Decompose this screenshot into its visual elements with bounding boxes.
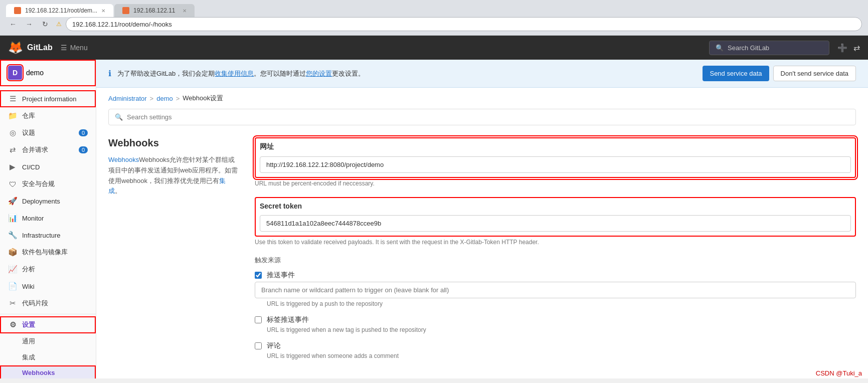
- branch-input[interactable]: [255, 282, 856, 298]
- sidebar-item-project-info[interactable]: ☰ Project information: [0, 90, 96, 107]
- push-events-item: 推送事件: [255, 271, 856, 280]
- sidebar-item-packages[interactable]: 📦 软件包与镜像库: [0, 244, 96, 261]
- gitlab-logo-text: GitLab: [27, 43, 53, 52]
- merge-icon[interactable]: ⇄: [853, 43, 860, 53]
- info-text: 为了帮助改进GitLab，我们会定期收集使用信息。您可以随时通过您的设置更改设置…: [117, 69, 697, 78]
- push-events-checkbox[interactable]: [255, 272, 262, 279]
- sidebar-item-analytics[interactable]: 📈 分析: [0, 261, 96, 278]
- sidebar-item-issues[interactable]: ◎ 议题 0: [0, 124, 96, 141]
- url-label: 网址: [260, 142, 851, 151]
- sidebar-item-repository[interactable]: 📁 仓库: [0, 107, 96, 124]
- main-content: 🔍 Webhooks WebhooksWebhooks允许您针对某个群组或项目中…: [96, 109, 868, 378]
- token-field-container: Secret token: [255, 197, 856, 237]
- url-input[interactable]: [260, 156, 851, 173]
- tag-events-checkbox[interactable]: [255, 316, 262, 323]
- token-input[interactable]: [260, 215, 851, 232]
- dont-send-data-button[interactable]: Don't send service data: [773, 66, 856, 81]
- project-avatar: D: [8, 66, 22, 80]
- wiki-icon: 📄: [8, 282, 17, 291]
- search-settings-input[interactable]: [127, 113, 849, 121]
- sidebar-item-snippets[interactable]: ✂ 代码片段: [0, 295, 96, 312]
- tab-label: 192.168.122.11/root/dem...: [25, 7, 97, 14]
- snippets-icon: ✂: [8, 299, 17, 308]
- sidebar-subitem-general[interactable]: 通用: [0, 333, 96, 349]
- comments-item: 评论: [255, 341, 856, 350]
- tab-close-icon[interactable]: ✕: [183, 8, 187, 14]
- sidebar-item-label: Monitor: [22, 215, 44, 222]
- banner-text-2: 。您可以随时通过: [254, 70, 306, 77]
- sidebar-subitem-webhooks[interactable]: Webhooks: [0, 365, 96, 378]
- infrastructure-icon: 🔧: [8, 231, 17, 240]
- tabs-bar: 192.168.122.11/root/dem... ✕ 192.168.122…: [6, 4, 862, 17]
- tab-favicon: [122, 7, 129, 14]
- sidebar-item-label: Deployments: [22, 198, 60, 205]
- security-icon: 🛡: [8, 180, 17, 188]
- breadcrumb-demo[interactable]: demo: [156, 95, 173, 102]
- forward-button[interactable]: →: [22, 17, 36, 31]
- sidebar-item-monitor[interactable]: 📊 Monitor: [0, 210, 96, 227]
- collect-usage-link[interactable]: 收集使用信息: [215, 70, 254, 77]
- sidebar-item-wiki[interactable]: 📄 Wiki: [0, 278, 96, 295]
- project-selector[interactable]: D demo: [0, 60, 96, 86]
- token-hint: Use this token to validate received payl…: [255, 239, 856, 246]
- packages-icon: 📦: [8, 248, 17, 257]
- sidebar: D demo ☰ Project information 📁 仓库 ◎ 议题 0…: [0, 60, 96, 378]
- webhooks-desc-text: WebhooksWebhooks允许您针对某个群组或项目中的事件发送通知到web…: [108, 155, 239, 197]
- active-tab[interactable]: 192.168.122.11/root/dem... ✕: [6, 4, 113, 17]
- security-indicator: ⚠: [56, 21, 62, 28]
- sidebar-item-infrastructure[interactable]: 🔧 Infrastructure: [0, 227, 96, 244]
- webhooks-form: 网址 URL must be percent-encoded if necces…: [255, 137, 856, 367]
- tab-favicon: [14, 7, 21, 14]
- sidebar-subitem-integrations[interactable]: 集成: [0, 349, 96, 365]
- sidebar-item-label: 代码片段: [22, 299, 48, 308]
- sidebar-item-deployments[interactable]: 🚀 Deployments: [0, 193, 96, 210]
- project-name: demo: [26, 69, 44, 77]
- sidebar-item-label: 分析: [22, 265, 35, 274]
- monitor-icon: 📊: [8, 214, 17, 223]
- header-search[interactable]: 🔍 Search GitLab: [709, 41, 829, 55]
- sidebar-item-label: Wiki: [22, 283, 35, 290]
- gitlab-logo[interactable]: 🦊 GitLab: [8, 41, 53, 55]
- search-placeholder: Search GitLab: [728, 44, 769, 52]
- sidebar-settings-label: 设置: [22, 320, 35, 329]
- push-events-hint: URL is triggered by a push to the reposi…: [267, 300, 856, 307]
- banner-text-1: 为了帮助改进GitLab，我们会定期: [117, 70, 215, 77]
- search-icon: 🔍: [716, 44, 724, 52]
- send-data-button[interactable]: Send service data: [703, 66, 769, 81]
- webhooks-link[interactable]: Webhooks: [108, 156, 139, 163]
- tag-events-hint: URL is triggered when a new tag is pushe…: [267, 326, 856, 333]
- sidebar-item-settings[interactable]: ⚙ 设置: [0, 316, 96, 333]
- breadcrumb-administrator[interactable]: Administrator: [108, 95, 147, 102]
- push-events-label: 推送事件: [267, 271, 295, 280]
- cicd-icon: ▶: [8, 162, 17, 171]
- search-settings-bar[interactable]: 🔍: [108, 109, 856, 125]
- webhooks-section: Webhooks WebhooksWebhooks允许您针对某个群组或项目中的事…: [108, 137, 856, 367]
- tab-close-icon[interactable]: ✕: [101, 8, 105, 14]
- sidebar-item-security[interactable]: 🛡 安全与合规: [0, 175, 96, 193]
- breadcrumb-sep-1: >: [150, 95, 154, 102]
- content-area: ℹ 为了帮助改进GitLab，我们会定期收集使用信息。您可以随时通过您的设置更改…: [96, 60, 868, 378]
- settings-link[interactable]: 您的设置: [306, 70, 332, 77]
- issues-icon: ◎: [8, 128, 17, 137]
- nav-buttons: ← → ↻: [6, 17, 52, 31]
- sidebar-item-label: 仓库: [22, 111, 35, 120]
- info-icon: ℹ: [108, 69, 111, 78]
- sidebar-item-label: 合并请求: [22, 145, 48, 154]
- sidebar-item-cicd[interactable]: ▶ CI/CD: [0, 158, 96, 175]
- inactive-tab[interactable]: 192.168.122.11 ✕: [114, 4, 195, 17]
- header-actions: ➕ ⇄: [837, 43, 860, 53]
- browser-toolbar: ← → ↻ ⚠ 192.168.122.11/root/demo/-/hooks: [6, 17, 862, 35]
- url-field-container: 网址: [255, 137, 856, 178]
- back-button[interactable]: ←: [6, 17, 20, 31]
- comments-checkbox[interactable]: [255, 342, 262, 349]
- plus-icon[interactable]: ➕: [837, 43, 847, 53]
- sidebar-item-merge-requests[interactable]: ⇄ 合并请求 0: [0, 141, 96, 158]
- breadcrumb: Administrator > demo > Webhook设置: [96, 88, 868, 109]
- sidebar-item-label: 软件包与镜像库: [22, 248, 68, 257]
- token-label: Secret token: [260, 202, 851, 210]
- address-bar[interactable]: 192.168.122.11/root/demo/-/hooks: [66, 17, 862, 31]
- issues-badge: 0: [79, 129, 88, 136]
- reload-button[interactable]: ↻: [38, 17, 52, 31]
- menu-button[interactable]: ☰ Menu: [61, 44, 88, 52]
- sidebar-item-label: 议题: [22, 128, 35, 137]
